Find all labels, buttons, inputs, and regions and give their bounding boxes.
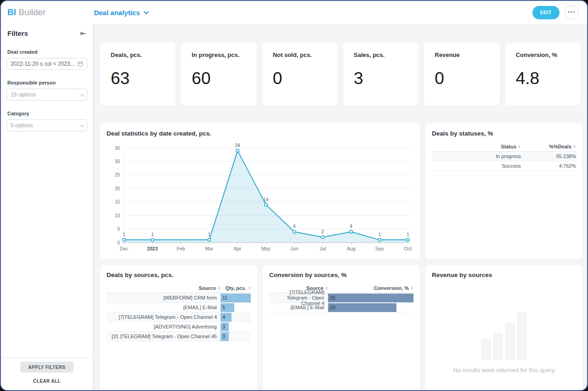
bar-value: 11: [220, 295, 227, 300]
kpi-label: Not sold, pcs.: [273, 51, 327, 58]
table-row: In progress95.238%: [432, 152, 576, 161]
edit-button[interactable]: EDIT: [532, 6, 560, 19]
clear-all-button[interactable]: CLEAR ALL: [33, 379, 61, 384]
table-row: [EMAIL] E-Mail20: [269, 303, 413, 312]
table-row: [EMAIL] E-Mail5: [107, 303, 251, 312]
table-row: Success4.762%: [432, 161, 576, 171]
bar-value: 20: [328, 305, 335, 310]
svg-text:May: May: [261, 246, 271, 251]
kpi-label: Sales, pcs.: [354, 51, 408, 58]
dashboard-title-dropdown[interactable]: Deal analytics: [94, 9, 147, 17]
svg-text:Oct: Oct: [404, 246, 412, 251]
svg-text:Mar: Mar: [205, 246, 214, 251]
column-header-qty[interactable]: Qty, pcs. ▲▼: [220, 285, 251, 291]
deal-statistics-panel: Deal statistics by date created, pcs. 05…: [100, 123, 420, 259]
kpi-card: Sales, pcs.3: [343, 43, 418, 105]
status-table-body: In progress95.238%Success4.762%: [432, 152, 576, 171]
deal-created-date-input[interactable]: 2022-11-20 ≤ col < 2023...: [6, 58, 87, 70]
dashboard-content: Deals, pcs.63In progress, pcs.60Not sold…: [93, 24, 587, 390]
value-bar: 20: [328, 303, 396, 312]
filters-sidebar: Filters ⇤ Deal created 2022-11-20 ≤ col …: [1, 24, 93, 390]
column-header-status[interactable]: Status ▲▼: [432, 144, 521, 149]
svg-text:4: 4: [293, 224, 296, 229]
deal-statistics-line-chart: 05101520253035Dec2023FebMarAprMayJunJulA…: [100, 140, 420, 258]
svg-text:1: 1: [407, 232, 409, 237]
svg-text:Dec: Dec: [120, 246, 129, 251]
panel-title-deal-statistics: Deal statistics by date created, pcs.: [100, 123, 420, 140]
column-header-source[interactable]: Source ▲▼: [107, 285, 220, 291]
svg-text:20: 20: [115, 186, 120, 191]
source-cell: [7|TELEGRAM] Telegram - Open Channel 4: [269, 289, 328, 306]
svg-text:14: 14: [263, 197, 269, 202]
svg-text:1: 1: [208, 232, 211, 237]
svg-text:1: 1: [123, 232, 125, 237]
kpi-cards-row: Deals, pcs.63In progress, pcs.60Not sold…: [100, 43, 581, 105]
source-cell: [EMAIL] E-Mail: [269, 305, 328, 310]
responsible-person-select[interactable]: 18 options: [6, 89, 87, 101]
no-results-message: No results were returned for this query: [453, 367, 554, 374]
empty-chart-icon: [481, 307, 526, 359]
svg-text:1: 1: [378, 232, 381, 237]
chevron-down-icon: [80, 92, 85, 96]
apply-filters-button[interactable]: APPLY FILTERS: [20, 362, 73, 373]
svg-text:Sep: Sep: [375, 246, 384, 251]
svg-text:2023: 2023: [147, 246, 158, 251]
kpi-card: In progress, pcs.60: [181, 43, 256, 105]
deals-by-sources-panel: Deals by sources, pcs. Source ▲▼ Qty, pc…: [100, 265, 257, 390]
source-cell: [EMAIL] E-Mail: [107, 305, 220, 310]
app-logo: BI Builder: [7, 7, 45, 17]
svg-text:Jun: Jun: [290, 246, 298, 251]
deal-created-value: 2022-11-20 ≤ col < 2023...: [11, 61, 78, 67]
table-row: [WEBFORM] CRM form11: [107, 293, 251, 303]
revenue-by-sources-panel: Revenue by sources No results were retur…: [425, 265, 582, 390]
bar-cell: 25: [328, 293, 413, 303]
bar-cell: 20: [328, 303, 413, 312]
kpi-value: 0: [273, 69, 327, 88]
table-row: [31 |TELEGRAM] Telegram - Open Channel 4…: [107, 332, 251, 341]
more-options-button[interactable]: •••: [564, 5, 579, 20]
source-cell: [ADVERTISING] Advertising: [107, 324, 220, 329]
svg-text:15: 15: [115, 199, 120, 204]
kpi-value: 60: [192, 69, 246, 88]
kpi-label: In progress, pcs.: [192, 51, 246, 58]
kpi-card: Not sold, pcs.0: [262, 43, 338, 105]
pct-cell: 95.238%: [521, 153, 576, 159]
kpi-card: Conversion, %4.8: [505, 43, 581, 105]
category-select[interactable]: 5 options: [6, 119, 87, 131]
category-value: 5 options: [11, 122, 80, 129]
bar-value: 3: [220, 324, 225, 329]
bar-value: 5: [220, 305, 225, 310]
bar-cell: 4: [220, 312, 251, 322]
deals-by-statuses-panel: Deals by statuses, % Status ▲▼ %%Deals ▲…: [425, 123, 582, 259]
source-cell: [31 |TELEGRAM] Telegram - Open Channel 4…: [107, 334, 220, 339]
app-window: BI Builder Deal analytics EDIT ••• Filte…: [0, 0, 588, 391]
kpi-value: 4.8: [516, 69, 570, 88]
logo-builder: Builder: [18, 7, 45, 17]
column-header-conversion[interactable]: Conversion, % ▲▼: [328, 285, 413, 291]
chevron-down-icon: [143, 9, 148, 14]
logo-bi: BI: [7, 7, 16, 17]
pct-cell: 4.762%: [521, 163, 576, 169]
svg-text:Aug: Aug: [347, 246, 356, 251]
kpi-card: Revenue0: [424, 43, 499, 105]
bar-cell: 5: [220, 303, 251, 312]
kpi-value: 63: [111, 69, 165, 88]
filter-label-deal-created: Deal created: [7, 49, 86, 55]
value-bar: 4: [220, 313, 232, 322]
kpi-value: 0: [435, 69, 489, 88]
panel-title-revenue-by-sources: Revenue by sources: [425, 265, 582, 281]
svg-text:Apr: Apr: [234, 246, 242, 251]
bar-cell: 11: [220, 293, 251, 303]
column-header-pct-deals[interactable]: %%Deals ▲▼: [521, 144, 576, 149]
bar-value: 3: [220, 334, 225, 339]
svg-text:25: 25: [115, 172, 120, 177]
bar-cell: 3: [220, 332, 251, 341]
kpi-value: 3: [354, 69, 408, 88]
value-bar: 3: [220, 332, 229, 341]
value-bar: 11: [220, 294, 251, 302]
collapse-sidebar-icon[interactable]: ⇤: [80, 30, 86, 37]
source-cell: [7|TELEGRAM] Telegram - Open Channel 4: [107, 314, 220, 320]
panel-title-deals-by-sources: Deals by sources, pcs.: [100, 265, 257, 281]
responsible-person-value: 18 options: [11, 91, 80, 98]
svg-text:1: 1: [151, 232, 154, 237]
